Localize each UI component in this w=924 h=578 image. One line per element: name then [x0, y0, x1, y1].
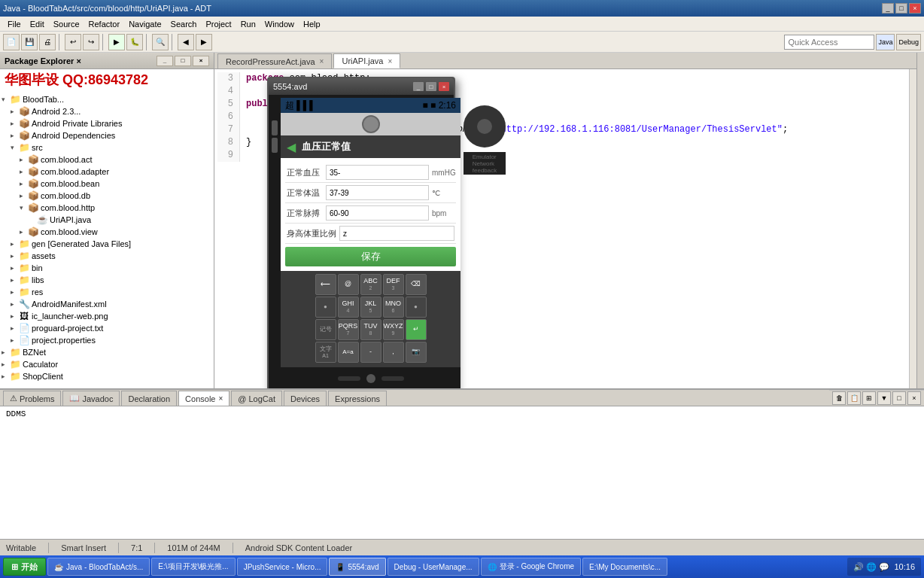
toolbar-new[interactable]: 📄 [3, 34, 20, 50]
phone-input-bmi[interactable] [339, 226, 454, 241]
sidebar-tree-item[interactable]: ▸📁bin [2, 262, 212, 274]
menu-refactor[interactable]: Refactor [84, 18, 125, 30]
phone-back-button[interactable]: ◀ [287, 140, 296, 154]
emulator-close[interactable]: × [439, 82, 449, 91]
bottom-close[interactable]: × [907, 391, 921, 405]
toolbar-forward[interactable]: ▶ [196, 34, 212, 50]
tab-recordpressure-close[interactable]: × [320, 57, 324, 65]
kb-back[interactable]: ⟵ [315, 274, 336, 295]
editor-scrollbar[interactable] [909, 69, 916, 388]
taskbar-avd[interactable]: 📱 5554:avd [329, 558, 385, 576]
toolbar-back[interactable]: ◀ [178, 34, 194, 50]
toolbar-run[interactable]: ▶ [108, 34, 125, 50]
sidebar-tree-item[interactable]: ▸🔧AndroidManifest.xml [2, 298, 212, 310]
menu-source[interactable]: Source [49, 18, 84, 30]
maximize-button[interactable]: □ [895, 3, 907, 14]
toolbar-search[interactable]: 🔍 [152, 34, 169, 50]
kb-abc[interactable]: ABC2 [360, 274, 381, 295]
menu-file[interactable]: File [3, 18, 26, 30]
bottom-collapse[interactable]: ▼ [877, 391, 891, 405]
sidebar-tree-item[interactable]: ▸📄project.properties [2, 334, 212, 346]
taskbar-debug[interactable]: Debug - UserManage... [388, 558, 479, 576]
sidebar-tree-item[interactable]: ▸🖼ic_launcher-web.png [2, 310, 212, 322]
phone-input-temp[interactable] [326, 185, 429, 200]
sidebar-tree-item[interactable]: ▾📁BloodTab... [2, 93, 212, 105]
tab-logcat[interactable]: @ LogCat [231, 391, 282, 406]
tab-problems[interactable]: ⚠ Problems [3, 391, 61, 406]
sidebar-tree-item[interactable]: ▸📦com.blood.bean [2, 178, 212, 190]
sidebar-tree-item[interactable]: ☕UriAPI.java [2, 214, 212, 226]
vol-up-button[interactable] [272, 120, 278, 135]
kb-dot1[interactable]: ● [315, 297, 336, 318]
sidebar-tree-item[interactable]: ▸📁assets [2, 250, 212, 262]
sidebar-tree-item[interactable]: ▸📁BZNet [2, 346, 212, 358]
kb-at[interactable]: @ [338, 274, 359, 295]
kb-dash[interactable]: - [360, 342, 381, 363]
close-button[interactable]: × [909, 3, 921, 14]
tab-recordpressure[interactable]: RecordPressureAct.java × [217, 53, 332, 68]
taskbar-java[interactable]: ☕ Java - BloodTabAct/s... [47, 558, 150, 576]
taskbar-project[interactable]: E:\项目开发\极光推... [151, 558, 235, 576]
kb-mno[interactable]: MNO6 [383, 297, 404, 318]
phone-input-pressure[interactable] [326, 165, 429, 180]
bottom-clear[interactable]: 🗑 [832, 391, 846, 405]
tab-uriapi-close[interactable]: × [388, 57, 392, 65]
sidebar-tree-item[interactable]: ▾📁src [2, 141, 212, 154]
sidebar-tree-item[interactable]: ▸📁gen [Generated Java Files] [2, 238, 212, 250]
emulator-dpad[interactable] [464, 105, 506, 148]
tab-expressions[interactable]: Expressions [328, 391, 387, 406]
sidebar-tree-item[interactable]: ▸📦com.blood.adapter [2, 166, 212, 178]
sidebar-tree-item[interactable]: ▸📦Android Dependencies [2, 129, 212, 141]
taskbar-chrome[interactable]: 🌐 登录 - Google Chrome [481, 558, 581, 576]
menu-search[interactable]: Search [166, 18, 202, 30]
menu-run[interactable]: Run [236, 18, 260, 30]
tab-javadoc[interactable]: 📖 Javadoc [62, 391, 120, 406]
menu-window[interactable]: Window [260, 18, 299, 30]
toolbar-redo[interactable]: ↪ [83, 34, 99, 50]
toolbar-debug[interactable]: 🐛 [126, 34, 143, 50]
sidebar-tree-item[interactable]: ▾📦com.blood.http [2, 202, 212, 214]
sidebar-tree-item[interactable]: ▸📁libs [2, 274, 212, 286]
kb-ghi[interactable]: GHI4 [338, 297, 359, 318]
phone-save-button[interactable]: 保存 [285, 247, 456, 266]
vol-down-button[interactable] [272, 138, 278, 153]
perspective-debug[interactable]: Debug [896, 34, 921, 50]
menu-navigate[interactable]: Navigate [124, 18, 166, 30]
kb-comma[interactable]: , [383, 342, 404, 363]
emulator-minimize[interactable]: _ [413, 82, 424, 91]
sidebar-maximize[interactable]: □ [175, 56, 191, 66]
bottom-options[interactable]: ⊞ [862, 391, 876, 405]
toolbar-save[interactable]: 💾 [21, 34, 38, 50]
perspective-java[interactable]: Java [876, 34, 895, 50]
kb-del[interactable]: ⌫ [406, 274, 427, 295]
sidebar-tree-item[interactable]: ▸📦com.blood.view [2, 226, 212, 238]
kb-camera[interactable]: 📷 [406, 342, 427, 363]
minimize-button[interactable]: _ [882, 3, 894, 14]
sidebar-close[interactable]: × [193, 56, 209, 66]
dpad-center[interactable] [477, 119, 492, 134]
tab-console[interactable]: Console × [178, 391, 229, 406]
kb-tuv[interactable]: TUV8 [360, 319, 381, 340]
start-button[interactable]: ⊞ 开始 [3, 558, 46, 576]
phone-input-pulse[interactable] [326, 205, 429, 221]
kb-symbol[interactable]: 记号 [315, 319, 336, 340]
editor-content[interactable]: 3 package com.blood.http; 4 5 public cla… [214, 69, 916, 388]
sidebar-tree-item[interactable]: ▸📦Android 2.3... [2, 105, 212, 117]
kb-case[interactable]: A=a [338, 342, 359, 363]
tab-console-close[interactable]: × [218, 394, 223, 403]
kb-dot2[interactable]: ● [406, 297, 427, 318]
bottom-expand[interactable]: □ [892, 391, 906, 405]
kb-text[interactable]: 文字A1 [315, 342, 336, 363]
sidebar-tree-item[interactable]: ▸📦Android Private Libraries [2, 117, 212, 129]
kb-jkl[interactable]: JKL5 [360, 297, 381, 318]
taskbar-jpush[interactable]: JPushService - Micro... [237, 558, 328, 576]
sidebar-tree-item[interactable]: ▸📁ShopClient [2, 370, 212, 382]
bottom-copy[interactable]: 📋 [847, 391, 861, 405]
kb-enter[interactable]: ↵ [406, 319, 427, 340]
kb-wxyz[interactable]: WXYZ9 [383, 319, 404, 340]
menu-project[interactable]: Project [201, 18, 236, 30]
sidebar-tree-item[interactable]: ▸📁res [2, 286, 212, 298]
tab-declaration[interactable]: Declaration [121, 391, 177, 406]
toolbar-undo[interactable]: ↩ [65, 34, 81, 50]
sidebar-minimize[interactable]: _ [157, 56, 173, 66]
